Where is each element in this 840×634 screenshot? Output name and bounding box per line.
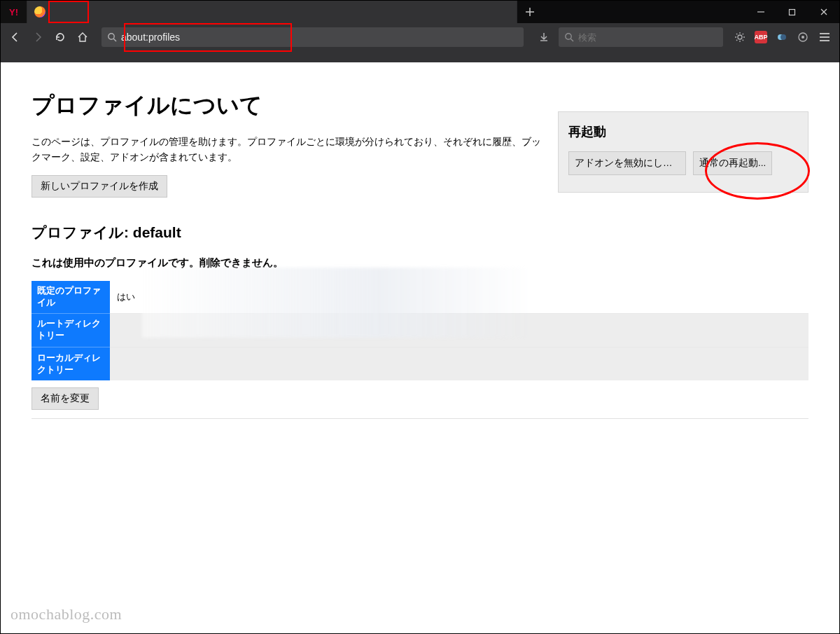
forward-button[interactable]	[27, 27, 48, 48]
abp-badge: ABP	[755, 31, 767, 43]
svg-line-18	[743, 34, 743, 34]
svg-line-15	[736, 34, 737, 34]
home-button[interactable]	[72, 27, 93, 48]
firefox-icon	[34, 6, 46, 18]
search-bar[interactable]	[559, 27, 723, 47]
svg-line-7	[113, 39, 116, 41]
tab-active[interactable]	[27, 1, 517, 23]
create-profile-button[interactable]: 新しいプロファイルを作成	[31, 175, 167, 198]
maximize-button[interactable]	[776, 1, 808, 23]
search-icon	[107, 32, 117, 42]
extension-abp-icon[interactable]: ABP	[751, 27, 771, 47]
svg-point-22	[802, 36, 804, 39]
restart-normal-button[interactable]: 通常の再起動...	[693, 151, 772, 175]
nav-toolbar: ABP	[1, 23, 839, 51]
root-dir-label: ルートディレクトリー	[31, 313, 110, 347]
yahoo-icon: Y!	[9, 7, 18, 18]
back-button[interactable]	[5, 27, 26, 48]
url-input[interactable]	[117, 32, 518, 43]
hamburger-menu-button[interactable]	[814, 27, 835, 48]
profile-heading: プロファイル: default	[31, 223, 808, 242]
local-dir-value	[110, 347, 808, 380]
close-button[interactable]	[808, 1, 839, 23]
table-row: 既定のプロファイル はい	[31, 281, 808, 314]
profile-table: 既定のプロファイル はい ルートディレクトリー ローカルディレクトリー	[31, 281, 808, 381]
divider	[31, 418, 808, 419]
default-profile-value: はい	[110, 281, 808, 314]
titlebar: Y!	[1, 1, 839, 23]
extension-icon-2[interactable]	[793, 27, 813, 47]
intro-text: このページは、プロファイルの管理を助けます。プロファイルごとに環境が分けられてお…	[31, 134, 550, 165]
svg-rect-3	[790, 9, 795, 15]
svg-line-9	[570, 39, 573, 41]
svg-line-17	[736, 40, 737, 41]
svg-point-10	[738, 35, 742, 39]
restart-heading: 再起動	[568, 123, 798, 140]
profile-section: プロファイル: default これは使用中のプロファイルです。削除できません。…	[31, 223, 808, 420]
svg-point-8	[566, 34, 571, 39]
new-tab-button[interactable]	[517, 1, 542, 23]
minimize-button[interactable]	[745, 1, 776, 23]
search-icon	[564, 32, 574, 42]
url-bar[interactable]	[102, 27, 524, 47]
restart-disable-addons-button[interactable]: アドオンを無効にして再起動...	[568, 151, 686, 175]
profile-in-use-notice: これは使用中のプロファイルです。削除できません。	[31, 256, 808, 270]
extension-gear-icon[interactable]	[730, 27, 750, 47]
table-row: ルートディレクトリー	[31, 313, 808, 347]
toolbar-right: ABP	[730, 27, 835, 48]
svg-point-6	[108, 34, 114, 39]
extension-icon-1[interactable]	[772, 27, 792, 47]
downloads-button[interactable]	[533, 27, 554, 48]
tab-strip: Y!	[1, 1, 745, 23]
tab-yahoo[interactable]: Y!	[1, 1, 27, 23]
svg-point-20	[780, 34, 786, 40]
search-input[interactable]	[574, 32, 718, 43]
table-row: ローカルディレクトリー	[31, 347, 808, 380]
default-profile-label: 既定のプロファイル	[31, 281, 110, 314]
restart-panel: 再起動 アドオンを無効にして再起動... 通常の再起動...	[558, 111, 808, 193]
rename-profile-button[interactable]: 名前を変更	[31, 387, 99, 410]
page-content: プロファイルについて このページは、プロファイルの管理を助けます。プロファイルご…	[1, 62, 839, 633]
window-controls	[745, 1, 839, 23]
local-dir-label: ローカルディレクトリー	[31, 347, 110, 380]
watermark: omochablog.com	[10, 605, 122, 623]
root-dir-value	[110, 313, 808, 347]
reload-button[interactable]	[50, 27, 71, 48]
svg-line-16	[743, 40, 743, 41]
